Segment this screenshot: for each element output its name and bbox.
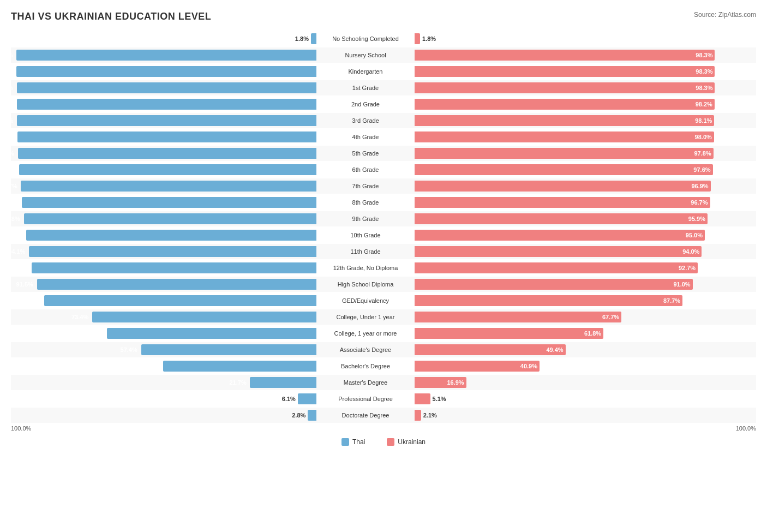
right-section: 2.1% bbox=[415, 408, 720, 423]
category-label: Bachelor's Degree bbox=[316, 363, 415, 369]
thai-bar: 73.4% bbox=[92, 312, 316, 322]
bottom-labels: 100.0% 100.0% bbox=[11, 425, 756, 432]
right-section: 97.8% bbox=[415, 146, 720, 161]
table-row: 97.7%5th Grade97.8% bbox=[11, 146, 756, 161]
left-section: 21.7% bbox=[11, 375, 316, 390]
ukrainian-value: 1.8% bbox=[422, 35, 436, 42]
ukrainian-bar: 61.8% bbox=[415, 328, 603, 339]
ukrainian-value: 96.9% bbox=[691, 183, 708, 189]
ukrainian-value: 49.4% bbox=[546, 346, 563, 353]
table-row: 98.1%2nd Grade98.2% bbox=[11, 97, 756, 112]
legend-thai: Thai bbox=[341, 438, 365, 446]
thai-bar: 97.4% bbox=[19, 164, 316, 175]
chart-header: Thai vs Ukrainian Education Level Source… bbox=[11, 11, 756, 22]
left-section: 98.2% bbox=[11, 47, 316, 63]
thai-value: 98.0% bbox=[0, 117, 13, 124]
table-row: 73.4%College, Under 1 year67.7% bbox=[11, 309, 756, 325]
left-section: 95.0% bbox=[11, 228, 316, 243]
table-row: 98.1%1st Grade98.3% bbox=[11, 80, 756, 95]
table-row: 91.5%High School Diploma91.0% bbox=[11, 277, 756, 292]
left-section: 96.4% bbox=[11, 195, 316, 210]
left-section: 98.1% bbox=[11, 80, 316, 95]
category-label: Nursery School bbox=[316, 52, 415, 58]
thai-value: 68.6% bbox=[86, 330, 103, 337]
right-section: 98.3% bbox=[415, 64, 720, 79]
left-section: 89.1% bbox=[11, 293, 316, 308]
left-section: 95.8% bbox=[11, 211, 316, 226]
ukrainian-bar: 67.7% bbox=[415, 312, 621, 322]
ukrainian-value: 95.0% bbox=[686, 232, 703, 238]
ukrainian-bar: 98.3% bbox=[415, 66, 715, 77]
category-label: 4th Grade bbox=[316, 134, 415, 140]
thai-bar: 21.7% bbox=[250, 377, 316, 388]
left-section: 1.8% bbox=[11, 31, 316, 46]
ukrainian-value: 61.8% bbox=[584, 330, 601, 337]
ukrainian-value: 95.9% bbox=[688, 216, 705, 222]
ukrainian-bar: 40.9% bbox=[415, 361, 540, 372]
category-label: Professional Degree bbox=[316, 396, 415, 402]
ukrainian-value: 98.3% bbox=[696, 52, 712, 58]
thai-bar: 89.1% bbox=[44, 295, 316, 306]
table-row: 97.8%4th Grade98.0% bbox=[11, 129, 756, 145]
right-section: 98.2% bbox=[415, 97, 720, 112]
thai-value: 97.4% bbox=[0, 166, 15, 173]
ukrainian-value: 87.7% bbox=[663, 297, 680, 304]
category-label: 8th Grade bbox=[316, 199, 415, 206]
right-section: 94.0% bbox=[415, 244, 720, 259]
table-row: 96.4%8th Grade96.7% bbox=[11, 195, 756, 210]
ukrainian-value: 98.0% bbox=[695, 134, 712, 140]
ukrainian-value: 96.7% bbox=[691, 199, 708, 206]
table-row: 97.4%6th Grade97.6% bbox=[11, 162, 756, 177]
right-section: 91.0% bbox=[415, 277, 720, 292]
ukrainian-value: 16.9% bbox=[447, 379, 464, 386]
thai-value: 21.7% bbox=[229, 379, 246, 386]
thai-value: 96.4% bbox=[1, 199, 18, 206]
thai-value: 73.4% bbox=[71, 314, 88, 320]
left-section: 2.8% bbox=[11, 408, 316, 423]
thai-value: 2.8% bbox=[292, 412, 305, 419]
category-label: 1st Grade bbox=[316, 85, 415, 91]
ukrainian-value: 98.3% bbox=[696, 85, 712, 91]
left-section: 96.7% bbox=[11, 178, 316, 194]
table-row: 89.1%GED/Equivalency87.7% bbox=[11, 293, 756, 308]
thai-value: 95.0% bbox=[5, 232, 22, 238]
right-section: 40.9% bbox=[415, 358, 720, 374]
table-row: 98.2%Nursery School98.3% bbox=[11, 47, 756, 63]
thai-bar: 93.2% bbox=[32, 262, 316, 273]
table-row: 93.2%12th Grade, No Diploma92.7% bbox=[11, 260, 756, 276]
ukrainian-value: 5.1% bbox=[433, 396, 446, 402]
right-section: 5.1% bbox=[415, 391, 720, 407]
thai-value: 98.2% bbox=[0, 52, 13, 58]
ukrainian-bar: 97.8% bbox=[415, 148, 714, 159]
thai-value: 6.1% bbox=[282, 396, 296, 402]
left-section: 97.4% bbox=[11, 162, 316, 177]
category-label: 12th Grade, No Diploma bbox=[316, 265, 415, 271]
table-row: 95.8%9th Grade95.9% bbox=[11, 211, 756, 226]
left-section: 73.4% bbox=[11, 309, 316, 325]
thai-bar: 98.1% bbox=[17, 82, 316, 93]
left-section: 98.1% bbox=[11, 97, 316, 112]
thai-bar bbox=[308, 410, 316, 421]
right-section: 98.3% bbox=[415, 47, 720, 63]
ukrainian-label: Ukrainian bbox=[398, 438, 426, 446]
category-label: 3rd Grade bbox=[316, 117, 415, 124]
left-section: 57.4% bbox=[11, 342, 316, 357]
thai-bar: 97.7% bbox=[18, 148, 316, 159]
ukrainian-bar: 92.7% bbox=[415, 262, 698, 273]
thai-label: Thai bbox=[352, 438, 365, 446]
category-label: 5th Grade bbox=[316, 150, 415, 157]
bottom-right-label: 100.0% bbox=[736, 425, 756, 432]
thai-bar: 98.2% bbox=[16, 66, 316, 77]
right-section: 95.0% bbox=[415, 228, 720, 243]
left-section: 97.7% bbox=[11, 146, 316, 161]
thai-value: 98.2% bbox=[0, 68, 13, 75]
thai-value: 96.7% bbox=[0, 183, 17, 189]
thai-bar bbox=[311, 33, 316, 44]
thai-bar: 98.0% bbox=[17, 115, 316, 126]
right-section: 95.9% bbox=[415, 211, 720, 226]
thai-value: 91.5% bbox=[16, 281, 33, 288]
ukrainian-bar bbox=[415, 410, 421, 421]
table-row: 98.2%Kindergarten98.3% bbox=[11, 64, 756, 79]
chart-source: Source: ZipAtlas.com bbox=[694, 11, 756, 19]
category-label: 10th Grade bbox=[316, 232, 415, 238]
